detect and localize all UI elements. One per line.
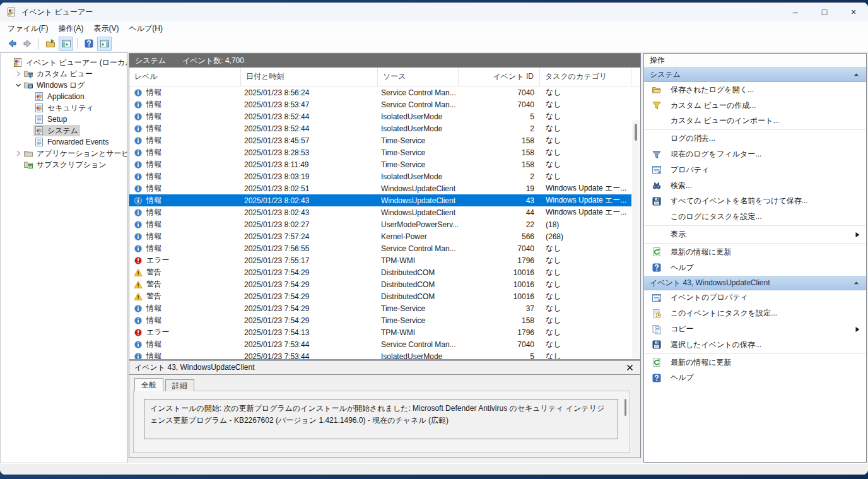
tree-item-label: アプリケーションとサービス ログ xyxy=(37,148,127,159)
action-item[interactable]: イベントのプロパティ xyxy=(644,290,866,306)
collapse-arrow-icon[interactable] xyxy=(853,280,860,287)
event-row[interactable]: 情報 2025/01/23 8:52:44 IsolatedUserMode 5… xyxy=(129,110,631,122)
forward-button[interactable] xyxy=(20,37,35,51)
chevron-right-icon[interactable] xyxy=(14,150,23,157)
action-item[interactable]: カスタム ビューのインポート... xyxy=(644,114,866,129)
toggle-console-tree-button[interactable] xyxy=(59,37,73,51)
action-item[interactable]: ヘルプ xyxy=(644,260,866,276)
tree-item[interactable]: サブスクリプション xyxy=(1,159,127,170)
titlebar: イベント ビューアー –□× xyxy=(0,3,868,21)
event-id: 7040 xyxy=(459,340,540,349)
action-section-header-1[interactable]: イベント 43, WindowsUpdateClient xyxy=(644,276,866,290)
action-item[interactable]: コピー xyxy=(644,321,866,337)
event-row[interactable]: 情報 2025/01/23 8:02:43 WindowsUpdateClien… xyxy=(129,194,631,206)
preview-scrollbar[interactable] xyxy=(622,394,628,450)
chevron-right-icon[interactable] xyxy=(14,70,23,78)
event-row[interactable]: 情報 2025/01/23 8:02:51 WindowsUpdateClien… xyxy=(129,182,631,194)
maximize-button[interactable]: □ xyxy=(810,3,839,21)
event-category: なし xyxy=(540,267,631,278)
toggle-action-pane-button[interactable] xyxy=(97,37,112,51)
event-row[interactable]: 情報 2025/01/23 7:53:44 IsolatedUserMode 5… xyxy=(129,350,631,359)
event-row[interactable]: 情報 2025/01/23 8:02:27 UserModePowerServ.… xyxy=(129,218,631,230)
action-item[interactable]: すべてのイベントを名前をつけて保存... xyxy=(644,194,866,210)
event-row[interactable]: 情報 2025/01/23 8:56:24 Service Control Ma… xyxy=(129,86,631,98)
event-row[interactable]: 警告 2025/01/23 7:54:29 DistributedCOM 100… xyxy=(129,278,631,290)
refresh-icon xyxy=(652,357,663,367)
column-header-4[interactable]: タスクのカテゴリ xyxy=(540,68,631,86)
event-id: 158 xyxy=(459,316,540,325)
tree-item[interactable]: カスタム ビュー xyxy=(1,68,127,80)
event-row[interactable]: 情報 2025/01/23 8:52:44 IsolatedUserMode 2… xyxy=(129,122,631,134)
submenu-arrow-icon[interactable] xyxy=(855,232,860,238)
event-row[interactable]: 情報 2025/01/23 8:02:43 WindowsUpdateClien… xyxy=(129,206,631,218)
action-section-header-0[interactable]: システム xyxy=(644,68,866,82)
list-scrollbar[interactable] xyxy=(632,120,640,358)
action-item[interactable]: 現在のログをフィルター... xyxy=(644,146,866,162)
tree-item[interactable]: アプリケーションとサービス ログ xyxy=(1,148,127,159)
submenu-arrow-icon[interactable] xyxy=(855,326,860,333)
action-item[interactable]: プロパティ xyxy=(644,162,866,178)
event-viewer-icon xyxy=(13,57,23,68)
menu-item-1[interactable]: 操作(A) xyxy=(53,22,88,35)
help-icon xyxy=(652,373,663,383)
event-row[interactable]: 情報 2025/01/23 7:54:29 Time-Service 37 なし xyxy=(129,302,631,314)
event-source: Time-Service xyxy=(378,316,459,325)
list-scrollbar-thumb[interactable] xyxy=(635,124,637,141)
action-item[interactable]: 表示 xyxy=(644,227,866,242)
event-row[interactable]: 警告 2025/01/23 7:54:29 DistributedCOM 100… xyxy=(129,266,631,278)
preview-scrollbar-thumb[interactable] xyxy=(625,399,626,416)
tree-item[interactable]: イベント ビューアー (ローカル) xyxy=(1,57,127,68)
close-icon[interactable] xyxy=(624,362,635,374)
preview-tab[interactable]: 詳細 xyxy=(165,379,194,391)
event-category: なし xyxy=(540,351,631,359)
close-button[interactable]: × xyxy=(839,3,868,21)
event-row[interactable]: 警告 2025/01/23 7:54:29 DistributedCOM 100… xyxy=(129,290,631,302)
action-item[interactable]: カスタム ビューの作成... xyxy=(644,98,866,114)
back-button[interactable] xyxy=(4,37,19,51)
action-item[interactable]: 保存されたログを開く... xyxy=(644,82,866,98)
preview-tab[interactable]: 全般 xyxy=(134,378,163,391)
tree-item[interactable]: Setup xyxy=(1,114,127,125)
tree-item[interactable]: Application xyxy=(1,91,127,102)
event-rows: 情報 2025/01/23 8:56:24 Service Control Ma… xyxy=(129,86,640,359)
chevron-down-icon[interactable] xyxy=(14,81,23,89)
event-row[interactable]: 情報 2025/01/23 7:57:24 Kernel-Power 566 (… xyxy=(129,230,631,242)
help-button[interactable] xyxy=(81,37,96,51)
tree-item[interactable]: Forwarded Events xyxy=(1,136,127,148)
tree-item[interactable]: システム xyxy=(1,125,127,136)
collapse-arrow-icon[interactable] xyxy=(853,71,860,78)
menu-item-2[interactable]: 表示(V) xyxy=(88,22,124,35)
action-item[interactable]: 検索... xyxy=(644,178,866,194)
tree-item[interactable]: Windows ログ xyxy=(1,80,127,91)
column-header-0[interactable]: レベル xyxy=(129,68,241,86)
minimize-button[interactable]: – xyxy=(781,3,810,21)
export-log-icon xyxy=(45,38,56,49)
event-row[interactable]: 情報 2025/01/23 8:45:57 Time-Service 158 な… xyxy=(129,134,631,146)
column-header-1[interactable]: 日付と時刻 xyxy=(241,68,378,86)
action-item[interactable]: 最新の情報に更新 xyxy=(644,244,866,260)
column-header-3[interactable]: イベント ID xyxy=(459,68,540,86)
event-datetime: 2025/01/23 8:28:53 xyxy=(241,148,378,157)
tree-item[interactable]: セキュリティ xyxy=(1,102,127,114)
action-item[interactable]: 選択したイベントの保存... xyxy=(644,337,866,353)
action-item[interactable]: このイベントにタスクを設定... xyxy=(644,305,866,321)
event-row[interactable]: エラー 2025/01/23 7:54:13 TPM-WMI 1796 なし xyxy=(129,326,631,338)
menu-item-3[interactable]: ヘルプ(H) xyxy=(124,22,168,35)
menu-item-0[interactable]: ファイル(F) xyxy=(3,22,53,35)
event-row[interactable]: 情報 2025/01/23 8:03:19 IsolatedUserMode 2… xyxy=(129,170,631,182)
event-row[interactable]: 情報 2025/01/23 8:11:49 Time-Service 158 な… xyxy=(129,158,631,170)
event-row[interactable]: 情報 2025/01/23 8:28:53 Time-Service 158 な… xyxy=(129,146,631,158)
event-level: 情報 xyxy=(146,183,161,194)
event-id: 5 xyxy=(459,112,540,121)
event-row[interactable]: 情報 2025/01/23 7:56:55 Service Control Ma… xyxy=(129,242,631,254)
column-header-2[interactable]: ソース xyxy=(378,68,459,86)
action-item[interactable]: このログにタスクを設定... xyxy=(644,209,866,225)
event-row[interactable]: 情報 2025/01/23 7:54:29 Time-Service 158 な… xyxy=(129,314,631,326)
event-row[interactable]: 情報 2025/01/23 8:53:47 Service Control Ma… xyxy=(129,98,631,110)
export-log-button[interactable] xyxy=(43,37,57,51)
action-item[interactable]: ログの消去... xyxy=(644,131,866,146)
action-item[interactable]: 最新の情報に更新 xyxy=(644,355,866,370)
action-item[interactable]: ヘルプ xyxy=(644,370,866,386)
event-row[interactable]: エラー 2025/01/23 7:55:17 TPM-WMI 1796 なし xyxy=(129,254,631,266)
event-row[interactable]: 情報 2025/01/23 7:53:44 Service Control Ma… xyxy=(129,338,631,350)
